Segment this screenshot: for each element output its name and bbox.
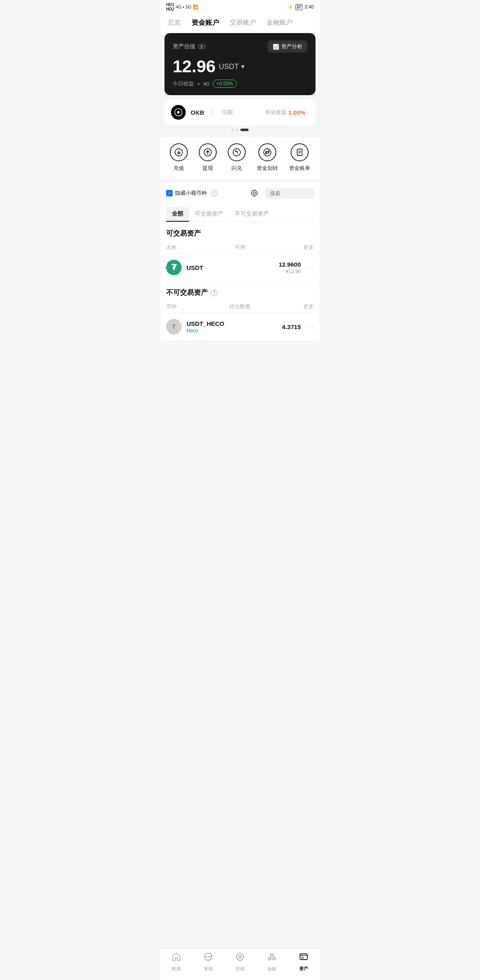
asset-tabs: 全部 可交易资产 不可交易资产	[160, 204, 320, 222]
usdt-heco-icon: T	[166, 319, 182, 334]
usdt-cny: ¥12.96	[279, 269, 301, 274]
okb-period: 活期	[222, 109, 233, 116]
col-holdings: 持仓数量	[229, 303, 251, 310]
earnings-label: 今日收益	[173, 80, 194, 87]
tradeable-section-title: 可交易资产	[166, 222, 314, 241]
signal-icons: 4G ▪ 5G	[176, 4, 191, 9]
time-display: 3:40	[304, 4, 314, 10]
usdt-heco-symbol: USDT_HECO	[187, 320, 224, 327]
dot-3-active	[240, 129, 249, 131]
eye-icon[interactable]	[198, 44, 205, 49]
asset-value-number: 12.96	[173, 57, 216, 76]
filter-help-icon[interactable]: ?	[211, 190, 218, 196]
transfer-label: 资金划转	[257, 165, 278, 172]
asset-valuation-label: 资产估值	[173, 43, 205, 50]
okb-name: OKB	[191, 109, 204, 116]
withdraw-icon	[199, 143, 217, 161]
asset-amount-display: 12.96 USDT ▼	[173, 57, 307, 76]
deposit-icon	[170, 143, 188, 161]
nav-fund-account[interactable]: 资金账户	[188, 16, 222, 29]
nav-financial-account[interactable]: 金融账户	[263, 17, 296, 29]
col-name: 名称	[166, 244, 177, 251]
bluetooth-icon: ⚡	[287, 4, 293, 10]
top-navigation: 总览 资金账户 交易账户 金融账户	[160, 13, 320, 33]
usdt-heco-more-button[interactable]: ···	[307, 323, 314, 331]
hide-small-label: 隐藏小额币种	[175, 189, 207, 197]
svg-point-16	[254, 193, 255, 194]
usdt-heco-sub: Heco	[187, 328, 224, 334]
col-available: 可用	[235, 244, 245, 251]
dot-2	[236, 129, 238, 131]
usdt-symbol: USDT	[187, 264, 203, 271]
svg-point-6	[233, 149, 240, 156]
usdt-value-block: 12.9600 ¥12.96	[279, 261, 301, 274]
filter-row: ✓ 隐藏小额币种 ?	[160, 183, 320, 204]
svg-point-7	[264, 149, 271, 156]
asset-analysis-button[interactable]: 📈 资产分析	[268, 40, 307, 53]
tab-all[interactable]: 全部	[166, 207, 189, 222]
wifi-icon: 📶	[193, 4, 198, 10]
action-withdraw[interactable]: 提现	[199, 143, 217, 172]
chevron-right-icon: ›	[307, 109, 309, 116]
earnings-badge: +0.00%	[213, 80, 237, 88]
col-coin: 币种	[166, 303, 177, 310]
usdt-heco-amount: 4.3715	[282, 323, 301, 330]
tab-non-tradeable[interactable]: 不可交易资产	[229, 207, 275, 222]
okb-rate-section: 年化收益 1.00% ›	[265, 109, 309, 116]
transfer-icon	[258, 143, 276, 161]
bill-icon	[291, 143, 309, 161]
status-left: HD1HD2 4G ▪ 5G 📶	[166, 2, 198, 11]
hero-asset-card: 资产估值 📈 资产分析 12.96 USDT ▼ 今日收益 + ¥0 +0.00…	[164, 33, 316, 95]
non-tradeable-column-headers: 币种 持仓数量 更多	[166, 301, 314, 313]
col-more2: 更多	[303, 303, 314, 310]
usdt-name-block: USDT	[187, 264, 203, 271]
withdraw-label: 提现	[202, 165, 213, 172]
checkbox-icon: ✓	[166, 190, 173, 196]
okb-banner[interactable]: OKB | 活期 年化收益 1.00% ›	[164, 99, 316, 125]
dot-1	[231, 129, 234, 131]
carousel-dots	[160, 129, 320, 131]
usdt-heco-value-block: 4.3715	[282, 323, 301, 330]
search-input[interactable]	[265, 188, 314, 199]
daily-earnings-row: 今日收益 + ¥0 +0.00%	[173, 80, 307, 88]
usdt-more-button[interactable]: ···	[307, 263, 314, 272]
network-icons: HD1HD2	[166, 2, 174, 11]
action-bill[interactable]: 资金账单	[289, 143, 310, 172]
hide-small-assets-checkbox[interactable]: ✓ 隐藏小额币种	[166, 189, 207, 197]
action-deposit[interactable]: 充值	[170, 143, 188, 172]
content-area: 可交易资产 名称 可用 更多 ₮ USDT 12.9600 ¥12.96 ···…	[160, 222, 320, 341]
usdt-icon: ₮	[166, 260, 182, 275]
svg-point-1	[177, 111, 180, 114]
deposit-label: 充值	[173, 165, 184, 172]
okb-rate-value: 1.00%	[288, 109, 306, 116]
status-right: ⚡ 37 3:40	[287, 4, 314, 10]
nav-trading-account[interactable]: 交易账户	[227, 17, 259, 29]
status-bar: HD1HD2 4G ▪ 5G 📶 ⚡ 37 3:40	[160, 0, 320, 13]
non-tradeable-section-title: 不可交易资产 ?	[166, 281, 314, 301]
non-tradeable-help-icon[interactable]: ?	[211, 290, 218, 296]
bill-label: 资金账单	[289, 165, 310, 172]
col-more: 更多	[303, 244, 314, 251]
flash-exchange-icon	[228, 143, 246, 161]
rate-label: 年化收益	[265, 109, 287, 116]
tradeable-column-headers: 名称 可用 更多	[166, 241, 314, 254]
action-transfer[interactable]: 资金划转	[257, 143, 278, 172]
hero-card-top: 资产估值 📈 资产分析	[173, 40, 307, 53]
chevron-down-icon[interactable]: ▼	[240, 63, 246, 70]
asset-unit: USDT ▼	[219, 62, 246, 71]
usdt-heco-name-block: USDT_HECO Heco	[187, 320, 224, 334]
tab-tradeable[interactable]: 可交易资产	[189, 207, 229, 222]
earnings-sign: +	[197, 81, 200, 87]
scan-button[interactable]	[248, 187, 261, 200]
usdt-amount: 12.9600	[279, 261, 301, 268]
earnings-value: ¥0	[204, 81, 209, 87]
battery-icon: 37	[296, 4, 302, 10]
nav-overview[interactable]: 总览	[164, 17, 184, 29]
chart-icon: 📈	[273, 44, 279, 50]
usdt-asset-row[interactable]: ₮ USDT 12.9600 ¥12.96 ···	[166, 254, 314, 281]
flash-exchange-label: 闪兑	[231, 165, 242, 172]
action-flash-exchange[interactable]: 闪兑	[228, 143, 246, 172]
quick-actions-row: 充值 提现 闪兑 资金划转 资金账单	[160, 137, 320, 179]
okb-logo	[171, 105, 186, 120]
usdt-heco-asset-row[interactable]: T USDT_HECO Heco 4.3715 ···	[166, 313, 314, 341]
